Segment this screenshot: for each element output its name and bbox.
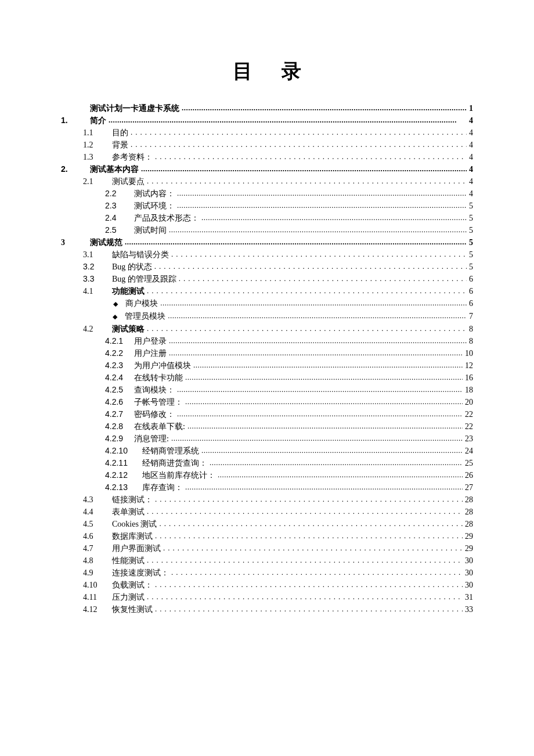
toc-entry-page: 26 bbox=[463, 469, 473, 481]
toc-leader: ........................................… bbox=[155, 530, 463, 542]
toc-entry-label: Bug 的管理及跟踪 bbox=[112, 273, 179, 285]
toc-leader: ........................................… bbox=[131, 126, 467, 138]
toc-entry-label: Cookies 测试 bbox=[112, 518, 159, 530]
toc-entry-page: 4 bbox=[467, 127, 473, 139]
toc-entry-page: 4 bbox=[467, 163, 473, 175]
toc-entry-number: 2.2 bbox=[105, 188, 134, 200]
toc-leader: ........................................… bbox=[201, 211, 467, 224]
toc-entry[interactable]: ◆管理员模块..................................… bbox=[61, 310, 473, 323]
toc-entry-number: 3.2 bbox=[83, 261, 112, 273]
toc-leader: ........................................… bbox=[210, 456, 463, 469]
toc-entry[interactable]: 2.2测试内容：................................… bbox=[61, 188, 473, 200]
toc-entry[interactable]: 4.9连接速度测试：..............................… bbox=[61, 567, 473, 579]
toc-entry-page: 28 bbox=[463, 494, 473, 506]
toc-entry[interactable]: 4.2.5查询模块：..............................… bbox=[61, 384, 473, 396]
toc-entry[interactable]: 4.2.9消息管理:..............................… bbox=[61, 433, 473, 445]
toc-entry-label: 用户界面测试 bbox=[112, 542, 163, 555]
toc-entry[interactable]: 2.3测试环境：................................… bbox=[61, 200, 473, 212]
toc-entry[interactable]: 4.6数据库测试................................… bbox=[61, 530, 473, 542]
toc-entry[interactable]: 4.2.1用户登录...............................… bbox=[61, 335, 473, 347]
toc-entry[interactable]: 4.2.7密码修改：..............................… bbox=[61, 408, 473, 420]
toc-entry[interactable]: 4.2.13库存查询：.............................… bbox=[61, 481, 473, 494]
toc-entry[interactable]: 4.2.2用户注册...............................… bbox=[61, 347, 473, 359]
toc-entry-label: 测试基本内容 bbox=[90, 163, 141, 175]
toc-entry[interactable]: 1.3参考资料：................................… bbox=[61, 151, 473, 163]
toc-entry-label: 数据库测试 bbox=[112, 530, 155, 542]
toc-entry[interactable]: 2.测试基本内容................................… bbox=[61, 163, 473, 175]
toc-entry[interactable]: 4.3链接测试：................................… bbox=[61, 494, 473, 506]
toc-entry-page: 5 bbox=[467, 249, 473, 261]
toc-entry-label: 连接速度测试： bbox=[112, 567, 171, 579]
toc-entry-number: 4.2.1 bbox=[105, 335, 134, 347]
toc-entry[interactable]: 4.2.8在线表单下载:............................… bbox=[61, 420, 473, 433]
toc-entry[interactable]: 4.8性能测试.................................… bbox=[61, 555, 473, 567]
toc-entry[interactable]: 4.10负载测试：...............................… bbox=[61, 579, 473, 591]
toc-entry[interactable]: 4.2.3为用户冲值模块............................… bbox=[61, 359, 473, 372]
toc-entry-label: 在线转卡功能 bbox=[134, 372, 185, 384]
toc-entry-number: 4.1 bbox=[83, 285, 112, 297]
toc-leader: ........................................… bbox=[155, 603, 463, 615]
toc-leader: ........................................… bbox=[169, 224, 467, 236]
toc-entry-page: 30 bbox=[463, 579, 473, 591]
toc-entry-page: 4 bbox=[467, 114, 473, 127]
toc-entry-label: 测试规范 bbox=[90, 236, 125, 249]
toc-entry[interactable]: 2.4产品及技术形态：.............................… bbox=[61, 212, 473, 224]
toc-leader: ........................................… bbox=[109, 114, 467, 126]
toc-entry-label: 在线表单下载: bbox=[134, 420, 187, 433]
toc-entry-page: 10 bbox=[463, 347, 473, 359]
toc-entry[interactable]: 4.2.12地区当前库存统计：.........................… bbox=[61, 469, 473, 481]
toc-entry-number: 1.1 bbox=[83, 127, 112, 139]
toc-entry[interactable]: 2.5测试时间.................................… bbox=[61, 224, 473, 236]
toc-entry-number: 4.2.8 bbox=[105, 420, 134, 433]
toc-entry[interactable]: 4.11压力测试................................… bbox=[61, 591, 473, 603]
toc-entry-label: 表单测试 bbox=[112, 506, 147, 518]
toc-entry[interactable]: 4.5Cookies 测试...........................… bbox=[61, 518, 473, 530]
toc-entry-number: 4.9 bbox=[83, 567, 112, 579]
toc-entry-page: 16 bbox=[463, 372, 473, 384]
toc-entry[interactable]: 3.3Bug 的管理及跟踪...........................… bbox=[61, 273, 473, 285]
toc-entry-number: 4.3 bbox=[83, 494, 112, 506]
toc-entry-number: 4.2.5 bbox=[105, 384, 134, 396]
toc-entry-page: 31 bbox=[463, 591, 473, 603]
toc-entry[interactable]: 3.2Bug 的状态..............................… bbox=[61, 261, 473, 273]
toc-leader: ........................................… bbox=[147, 285, 467, 297]
toc-entry-number: 4.5 bbox=[83, 518, 112, 530]
toc-entry-number: 2.4 bbox=[105, 212, 134, 224]
toc-entry-number: 4.8 bbox=[83, 555, 112, 567]
toc-entry[interactable]: 4.2.11经销商进货查询：..........................… bbox=[61, 457, 473, 469]
toc-entry-label: 功能测试 bbox=[112, 285, 147, 297]
toc-entry[interactable]: 4.4表单测试.................................… bbox=[61, 506, 473, 518]
toc-entry-label: 目的 bbox=[112, 127, 131, 139]
toc-entry[interactable]: 4.1功能测试.................................… bbox=[61, 285, 473, 297]
toc-entry[interactable]: 1.1目的...................................… bbox=[61, 127, 473, 139]
toc-leader: ........................................… bbox=[131, 138, 467, 150]
toc-entry-number: 4.10 bbox=[83, 579, 112, 591]
toc-entry[interactable]: 4.7用户界面测试...............................… bbox=[61, 542, 473, 555]
toc-entry[interactable]: 4.2.4在线转卡功能.............................… bbox=[61, 372, 473, 384]
toc-entry[interactable]: 4.2测试策略.................................… bbox=[61, 323, 473, 335]
toc-entry[interactable]: 3.1缺陷与错误分类..............................… bbox=[61, 249, 473, 261]
toc-entry[interactable]: ◆商户模块...................................… bbox=[61, 297, 473, 310]
toc-entry[interactable]: 1.2背景...................................… bbox=[61, 139, 473, 151]
toc-entry-label: 经销商管理系统 bbox=[142, 445, 201, 457]
toc-leader: ........................................… bbox=[185, 371, 463, 383]
toc-entry[interactable]: 测试计划一卡通虚卡系统.............................… bbox=[61, 102, 473, 114]
toc-entry-page: 6 bbox=[467, 297, 473, 309]
toc-entry-page: 24 bbox=[463, 445, 473, 457]
toc-leader: ........................................… bbox=[169, 334, 467, 347]
document-page: 目录 测试计划一卡通虚卡系统..........................… bbox=[0, 0, 534, 756]
toc-entry-number: 4.2.4 bbox=[105, 372, 134, 384]
toc-entry[interactable]: 4.2.6子帐号管理：.............................… bbox=[61, 396, 473, 408]
toc-leader: ........................................… bbox=[193, 359, 463, 371]
toc-leader: ........................................… bbox=[163, 542, 463, 554]
toc-entry-label: 库存查询： bbox=[142, 481, 185, 494]
toc-entry[interactable]: 1.简介....................................… bbox=[61, 114, 473, 127]
toc-entry-number: 4.4 bbox=[83, 506, 112, 518]
toc-entry-number: 4.7 bbox=[83, 542, 112, 555]
toc-entry-label: 缺陷与错误分类 bbox=[112, 249, 171, 261]
toc-entry[interactable]: 3测试规范...................................… bbox=[61, 236, 473, 249]
toc-entry[interactable]: 4.2.10经销商管理系统...........................… bbox=[61, 445, 473, 457]
toc-entry[interactable]: 2.1测试要点.................................… bbox=[61, 175, 473, 188]
toc-entry[interactable]: 4.12恢复性测试...............................… bbox=[61, 603, 473, 615]
toc-leader: ........................................… bbox=[159, 517, 463, 530]
